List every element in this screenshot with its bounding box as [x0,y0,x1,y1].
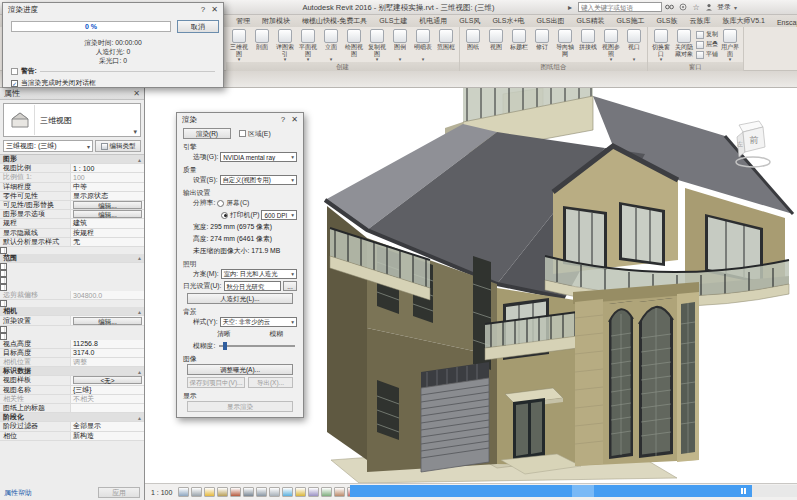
edit-button[interactable]: 编辑... [73,210,142,218]
ribbon-tab-Enscape™[interactable]: Enscape™ [771,18,797,27]
artificial-lights-button[interactable]: 人造灯光(L)... [187,293,293,304]
ribbon-button-视图参照[interactable]: 视图参照▾ [600,28,622,61]
type-selector-arrow-icon[interactable]: ▾ [130,128,140,136]
ribbon-tab-机电通用[interactable]: 机电通用 [413,15,453,27]
detail-level-icon[interactable] [178,487,189,497]
crop-view-icon[interactable] [243,487,254,497]
help-icon[interactable]: ? [275,115,291,124]
type-selector[interactable]: 三维视图 ▾ [3,103,141,137]
close-icon[interactable]: ✕ [211,5,218,14]
engine-select[interactable]: NVIDIA mental ray▾ [220,152,297,162]
ribbon-button-用户界面[interactable]: 用户界面▾ [719,28,741,61]
ribbon-button-详图索引[interactable]: 详图索引▾ [274,28,296,61]
sign-in-label[interactable]: 登录 [717,2,731,12]
property-value[interactable]: 中等 [70,183,144,191]
show-analytical-model-icon[interactable] [321,487,332,497]
property-value[interactable]: 3174.0 [70,349,144,357]
ribbon-button-绘图视图[interactable]: 绘图视图 [343,28,365,57]
ribbon-tab-管理[interactable]: 管理 [230,15,256,27]
ribbon-button-修订[interactable]: 修订 [531,28,553,57]
collapse-section-icon[interactable]: ▴ [138,156,141,163]
lighting-scheme-select[interactable]: 室内: 日光和人造光▾ [221,269,297,279]
temporary-view-properties-icon[interactable] [308,487,319,497]
search-input[interactable] [578,2,662,12]
ribbon-button-平铺[interactable]: 平铺 [696,50,718,59]
scale-button[interactable]: 1 : 100 [151,489,172,496]
haze-slider-handle[interactable] [223,342,227,350]
show-render-button[interactable]: 显示渲染 [187,401,293,412]
unlocked-view-icon[interactable] [269,487,280,497]
property-value[interactable]: 建筑 [70,219,144,227]
export-button[interactable]: 导出(X)... [248,377,293,388]
ribbon-button-立面[interactable]: 立面▾ [320,28,342,61]
search-icon[interactable] [665,2,675,12]
edit-button[interactable]: 编辑... [73,201,142,209]
ribbon-button-切换窗口[interactable]: 切换窗口▾ [650,28,672,61]
ribbon-button-导向轴网[interactable]: 导向轴网 [554,28,576,57]
ribbon-button-剖面[interactable]: 剖面 [251,28,273,57]
edit-button[interactable]: <无> [73,376,142,384]
ribbon-tab-GLS精装[interactable]: GLS精装 [571,15,611,27]
collapse-section-icon[interactable]: ▴ [138,414,141,421]
ribbon-button-明细表[interactable]: 明细表▾ [412,28,434,61]
ribbon-button-视图[interactable]: 视图 [485,28,507,57]
property-value[interactable]: 显示原状态 [70,192,144,200]
sun-setting-field[interactable]: 秋分日光研究 [224,281,281,291]
visual-style-icon[interactable] [191,487,202,497]
haze-slider[interactable] [219,345,295,347]
close-when-complete-checkbox[interactable]: ✓ [11,80,18,87]
property-value[interactable]: 不相关 [70,395,144,403]
save-to-project-button[interactable]: 保存到项目中(V)... [187,377,245,388]
ribbon-tab-GLS土建[interactable]: GLS土建 [373,15,413,27]
shadows-icon[interactable] [217,487,228,497]
cancel-button[interactable]: 取消 [177,20,219,33]
temporary-hide-isolate-icon[interactable] [282,487,293,497]
ribbon-button-图例[interactable]: 图例▾ [389,28,411,61]
sign-in-caret-icon[interactable]: ▾ [734,4,737,11]
property-value[interactable]: {三维} [70,386,144,394]
property-value[interactable]: 100 [70,173,144,181]
close-icon[interactable]: ✕ [291,115,298,124]
collapse-section-icon[interactable]: ▴ [138,254,141,261]
ribbon-tab-GLS风[interactable]: GLS风 [453,15,486,27]
region-checkbox[interactable] [239,130,246,137]
pause-icon[interactable] [741,488,746,494]
collapse-search-icon[interactable]: ▸ [565,2,575,12]
ribbon-tab-云族库[interactable]: 云族库 [684,15,717,27]
apply-button[interactable]: 应用 [98,487,140,498]
property-value[interactable]: 调整 [70,358,144,366]
sun-browse-button[interactable]: ... [283,281,297,291]
instance-combo[interactable]: 三维视图: (三维)▾ [3,140,93,152]
background-style-select[interactable]: 天空: 非常少的云▾ [220,317,297,327]
property-value[interactable] [70,404,144,412]
ribbon-button-关闭隐藏对象[interactable]: 关闭隐藏对象 [673,28,695,57]
sign-in-icon[interactable] [704,2,714,12]
ribbon-button-复制[interactable]: 复制 [696,30,718,39]
ribbon-button-拼接线[interactable]: 拼接线 [577,28,599,57]
expand-warnings-icon[interactable] [11,68,18,75]
property-value[interactable]: 1 : 100 [70,164,144,172]
ribbon-tab-族库大师V5.1[interactable]: 族库大师V5.1 [717,15,771,27]
printer-radio[interactable] [221,212,228,219]
render-button[interactable]: 渲染(R) [183,128,231,139]
property-value[interactable]: 全部显示 [70,422,144,430]
property-value[interactable]: 11256.8 [70,340,144,348]
ribbon-button-标题栏[interactable]: 标题栏 [508,28,530,57]
ribbon-button-范围框[interactable]: 范围框 [435,28,457,57]
show-crop-region-icon[interactable] [256,487,267,497]
collapse-section-icon[interactable]: ▴ [138,308,141,315]
ribbon-button-复制视图[interactable]: 复制视图▾ [366,28,388,61]
ribbon-tab-附加模块[interactable]: 附加模块 [256,15,296,27]
property-value[interactable]: 新构造 [70,432,144,440]
help-icon[interactable]: ? [195,5,211,14]
collapse-section-icon[interactable]: ▴ [138,368,141,375]
ribbon-tab-GLS水+电[interactable]: GLS水+电 [486,15,530,27]
property-value[interactable]: 304800.0 [70,291,144,299]
highlight-displacement-sets-icon[interactable] [334,487,345,497]
ribbon-tab-橄榄山快模-免费工具[interactable]: 橄榄山快模-免费工具 [296,15,373,27]
ribbon-tab-GLS施工[interactable]: GLS施工 [611,15,651,27]
reveal-hidden-elements-icon[interactable] [295,487,306,497]
ribbon-tab-GLS族[interactable]: GLS族 [651,15,684,27]
show-rendering-dialog-icon[interactable] [230,487,241,497]
quality-select[interactable]: 自定义(视图专用)▾ [220,175,297,185]
